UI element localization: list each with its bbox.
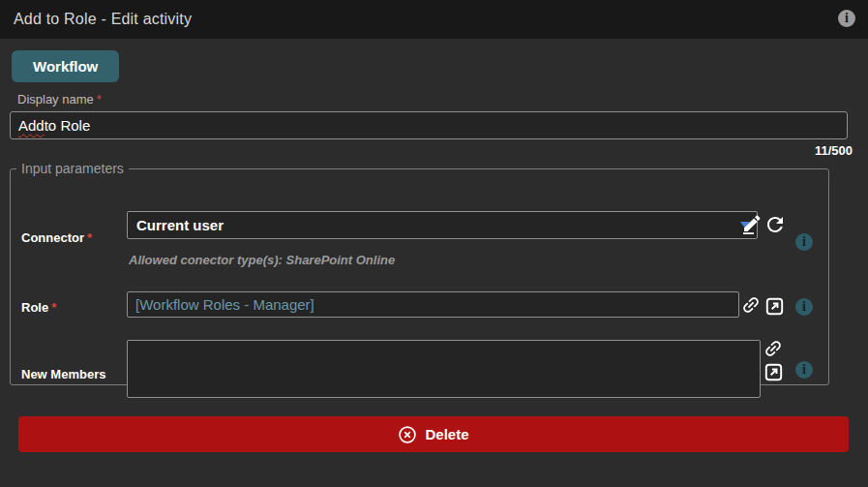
tab-workflow[interactable]: Workflow [12, 50, 119, 82]
display-name-label: Display name* [17, 92, 102, 107]
required-asterisk: * [97, 92, 102, 107]
link-chain-icon[interactable] [739, 293, 763, 317]
open-in-new-icon[interactable] [762, 360, 785, 383]
connector-select[interactable]: Current user [127, 211, 758, 239]
char-counter: 11/500 [815, 143, 853, 158]
display-name-value-misspelled: Add [18, 117, 45, 134]
dialog-title: Add to Role - Edit activity [0, 11, 192, 28]
new-members-textarea[interactable] [127, 340, 761, 398]
delete-button[interactable]: Delete [18, 416, 849, 452]
input-parameters-legend: Input parameters [16, 161, 129, 176]
display-name-value-rest: to Role [45, 117, 91, 134]
edit-activity-dialog: Add to Role - Edit activity Workflow Dis… [0, 0, 868, 487]
role-info-icon[interactable] [795, 298, 813, 316]
delete-button-label: Delete [425, 426, 468, 442]
refresh-icon[interactable] [763, 213, 787, 236]
role-label: Role* [21, 300, 56, 315]
circle-x-icon [398, 425, 417, 444]
new-members-label: New Members [21, 367, 105, 381]
required-asterisk: * [51, 300, 56, 315]
dialog-header: Add to Role - Edit activity [0, 0, 868, 39]
connector-selected-option: Current user [136, 217, 224, 233]
open-in-new-icon[interactable] [763, 294, 786, 318]
role-input[interactable] [127, 291, 739, 318]
new-members-info-icon[interactable] [795, 361, 813, 379]
display-name-input[interactable]: Add to Role [10, 111, 848, 139]
connector-hint: Allowed conector type(s): SharePoint Onl… [129, 253, 395, 267]
link-chain-icon[interactable] [762, 337, 785, 360]
required-asterisk: * [87, 230, 92, 245]
connector-info-icon[interactable] [795, 233, 813, 251]
connector-label: Connector* [21, 230, 92, 245]
tab-workflow-label: Workflow [33, 58, 98, 75]
info-icon[interactable] [838, 10, 855, 27]
input-parameters-group: Input parameters Connector* Current user… [10, 161, 829, 385]
edit-pencil-icon[interactable] [740, 213, 763, 236]
